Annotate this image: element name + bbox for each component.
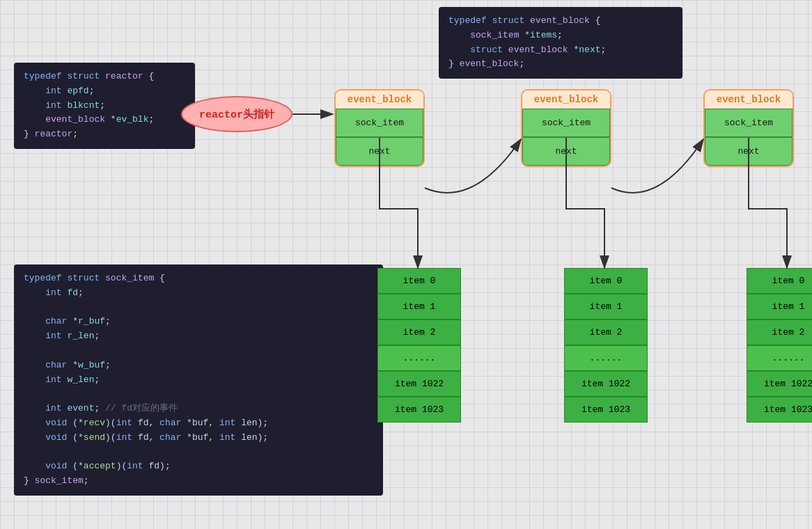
item-array-2-cell-0: item 0 bbox=[564, 268, 648, 294]
event-block-3: event_block sock_item next bbox=[703, 89, 794, 167]
event-block-3-title: event_block bbox=[705, 90, 793, 109]
item-array-1: item 0 item 1 item 2 ...... item 1022 it… bbox=[377, 268, 461, 423]
item-array-1-cell-1023: item 1023 bbox=[377, 397, 461, 423]
item-array-3-cell-1022: item 1022 bbox=[747, 371, 812, 397]
item-array-2-cell-1023: item 1023 bbox=[564, 397, 648, 423]
event-block-1-next: next bbox=[336, 137, 423, 166]
reactor-struct-code: typedef struct reactor { int epfd; int b… bbox=[14, 63, 195, 149]
item-array-3-cell-2: item 2 bbox=[747, 319, 812, 345]
item-array-3-dots: ...... bbox=[747, 345, 812, 371]
event-block-2: event_block sock_item next bbox=[521, 89, 611, 167]
item-array-3-cell-1023: item 1023 bbox=[747, 397, 812, 423]
item-array-2: item 0 item 1 item 2 ...... item 1022 it… bbox=[564, 268, 648, 423]
item-array-1-cell-0: item 0 bbox=[377, 268, 461, 294]
item-array-1-cell-1022: item 1022 bbox=[377, 371, 461, 397]
reactor-head-pointer-label: reactor头指针 bbox=[181, 96, 292, 132]
event-block-3-next: next bbox=[705, 137, 793, 166]
event-block-3-sock-item: sock_item bbox=[705, 109, 793, 137]
event-block-1: event_block sock_item next bbox=[334, 89, 425, 167]
item-array-2-cell-1: item 1 bbox=[564, 294, 648, 319]
item-array-2-dots: ...... bbox=[564, 345, 648, 371]
event-block-2-next: next bbox=[522, 137, 610, 166]
event-block-2-sock-item: sock_item bbox=[522, 109, 610, 137]
item-array-3: item 0 item 1 item 2 ...... item 1022 it… bbox=[747, 268, 812, 423]
item-array-1-cell-2: item 2 bbox=[377, 319, 461, 345]
item-array-2-cell-1022: item 1022 bbox=[564, 371, 648, 397]
event-block-1-title: event_block bbox=[336, 90, 423, 109]
item-array-3-cell-0: item 0 bbox=[747, 268, 812, 294]
sock-struct-code: typedef struct sock_item { int fd; char … bbox=[14, 264, 383, 496]
event-struct-code: typedef struct event_block { sock_item *… bbox=[439, 7, 682, 79]
event-block-2-title: event_block bbox=[522, 90, 610, 109]
item-array-3-cell-1: item 1 bbox=[747, 294, 812, 319]
item-array-1-dots: ...... bbox=[377, 345, 461, 371]
event-block-1-sock-item: sock_item bbox=[336, 109, 423, 137]
item-array-1-cell-1: item 1 bbox=[377, 294, 461, 319]
item-array-2-cell-2: item 2 bbox=[564, 319, 648, 345]
